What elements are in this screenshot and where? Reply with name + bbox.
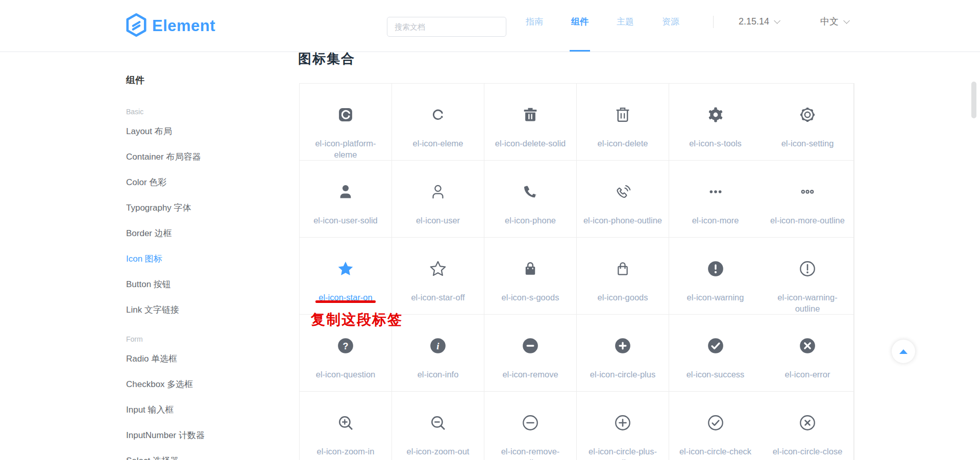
icon-cell-zoom-out[interactable]: el-icon-zoom-out [392,392,484,460]
sidebar-item-inputnumber[interactable]: InputNumber 计数器 [126,422,233,448]
icon-cell-warning[interactable]: el-icon-warning [669,238,762,315]
icon-name-label: el-icon-question [300,369,391,380]
sidebar-item-layout[interactable]: Layout 布局 [126,118,233,144]
sidebar-item-icon[interactable]: Icon 图标 [126,246,233,271]
setting-icon [762,106,853,124]
icon-cell-user[interactable]: el-icon-user [392,161,484,238]
eleme-icon [392,106,484,124]
icon-cell-error[interactable]: el-icon-error [762,315,854,392]
circle-plus-icon [577,337,669,355]
icon-name-label: el-icon-user-solid [300,215,391,226]
icon-name-label: el-icon-star-off [392,292,484,303]
icon-cell-phone[interactable]: el-icon-phone [484,161,577,238]
zoom-in-icon [300,414,391,432]
icon-cell-platform-eleme[interactable]: el-icon-platform-eleme [300,84,392,161]
icon-cell-success[interactable]: el-icon-success [669,315,762,392]
svg-text:?: ? [343,341,349,351]
icon-name-label: el-icon-info [392,369,484,380]
sidebar-item-radio[interactable]: Radio 单选框 [126,346,233,371]
icon-cell-warning-outline[interactable]: el-icon-warning-outline [762,238,854,315]
s-tools-icon [669,106,762,124]
nav-tab-components[interactable]: 组件 [571,16,589,28]
warning-icon [669,260,762,278]
icon-cell-star-on[interactable]: el-icon-star-on [300,238,392,315]
icon-name-label: el-icon-setting [762,138,853,149]
icon-cell-eleme[interactable]: el-icon-eleme [392,84,484,161]
icon-cell-setting[interactable]: el-icon-setting [762,84,854,161]
platform-eleme-icon [300,106,391,124]
icon-cell-remove[interactable]: el-icon-remove [484,315,577,392]
user-solid-icon [300,183,391,201]
icon-name-label: el-icon-more-outline [762,215,853,226]
logo-wordmark: Element [152,17,215,35]
more-icon [669,183,762,201]
element-hexagon-icon [126,13,147,39]
scrollbar-thumb[interactable] [971,82,976,118]
sidebar-item-checkbox[interactable]: Checkbox 多选框 [126,371,233,397]
chevron-down-icon [774,17,780,24]
icon-cell-user-solid[interactable]: el-icon-user-solid [300,161,392,238]
icon-name-label: el-icon-circle-check [669,446,762,457]
icon-cell-s-goods[interactable]: el-icon-s-goods [484,238,577,315]
nav-tab-theme[interactable]: 主题 [617,16,634,28]
icon-name-label: el-icon-zoom-out [392,446,484,457]
icon-name-label: el-icon-goods [577,292,669,303]
icon-name-label: el-icon-success [669,369,762,380]
header: Element 指南组件主题资源 2.15.14 中文 [0,0,980,52]
icon-cell-circle-close[interactable]: el-icon-circle-close [762,392,854,460]
sidebar-item-color[interactable]: Color 色彩 [126,169,233,195]
icon-name-label: el-icon-circle-plus [577,369,669,380]
icon-name-label: el-icon-platform-eleme [300,138,391,160]
delete-solid-icon [484,106,576,124]
element-logo[interactable]: Element [126,13,215,39]
element-docs-page: Element 指南组件主题资源 2.15.14 中文 组件 BasicLayo… [0,0,980,460]
icon-cell-circle-check[interactable]: el-icon-circle-check [669,392,762,460]
circle-plus-outline-icon [577,414,669,432]
language-select[interactable]: 中文 [820,0,848,43]
delete-icon [577,106,669,124]
icon-cell-circle-plus[interactable]: el-icon-circle-plus [577,315,669,392]
error-icon [762,337,853,355]
sidebar-item-input[interactable]: Input 输入框 [126,397,233,422]
sidebar-item-link[interactable]: Link 文字链接 [126,297,233,322]
icon-name-label: el-icon-delete-solid [484,138,576,149]
remove-icon [484,337,576,355]
success-icon [669,337,762,355]
icon-cell-star-off[interactable]: el-icon-star-off [392,238,484,315]
icon-name-label: el-icon-user [392,215,484,226]
icon-cell-delete-solid[interactable]: el-icon-delete-solid [484,84,577,161]
back-to-top-button[interactable] [892,340,915,363]
sidebar-item-typography[interactable]: Typography 字体 [126,195,233,220]
red-underline-annotation [315,300,376,303]
copy-tag-annotation: 复制这段标签 [311,310,403,329]
icon-cell-more-outline[interactable]: el-icon-more-outline [762,161,854,238]
sidebar-item-select[interactable]: Select 选择器 [126,448,233,460]
search-input[interactable] [387,17,506,37]
icon-name-label: el-icon-more [669,215,762,226]
icon-cell-info[interactable]: iel-icon-info [392,315,484,392]
user-icon [392,183,484,201]
icon-cell-remove-outline[interactable]: el-icon-remove-outline [484,392,577,460]
nav-tab-guide[interactable]: 指南 [526,16,543,28]
icon-cell-delete[interactable]: el-icon-delete [577,84,669,161]
icon-cell-s-tools[interactable]: el-icon-s-tools [669,84,762,161]
icon-cell-more[interactable]: el-icon-more [669,161,762,238]
version-select[interactable]: 2.15.14 [739,0,778,43]
icon-name-label: el-icon-remove [484,369,576,380]
icon-name-label: el-icon-warning-outline [762,292,853,314]
zoom-out-icon [392,414,484,432]
icon-cell-goods[interactable]: el-icon-goods [577,238,669,315]
sidebar-item-container[interactable]: Container 布局容器 [126,144,233,169]
icon-name-label: el-icon-eleme [392,138,484,149]
icon-cell-zoom-in[interactable]: el-icon-zoom-in [300,392,392,460]
nav-tab-resources[interactable]: 资源 [662,16,679,28]
icon-cell-circle-plus-outline[interactable]: el-icon-circle-plus-outline [577,392,669,460]
circle-check-icon [669,414,762,432]
icon-cell-phone-outline[interactable]: el-icon-phone-outline [577,161,669,238]
icon-name-label: el-icon-error [762,369,853,380]
sidebar-item-border[interactable]: Border 边框 [126,220,233,246]
header-divider [713,16,714,28]
icon-name-label: el-icon-remove-outline [484,446,576,460]
remove-outline-icon [484,414,576,432]
sidebar-item-button[interactable]: Button 按钮 [126,271,233,297]
